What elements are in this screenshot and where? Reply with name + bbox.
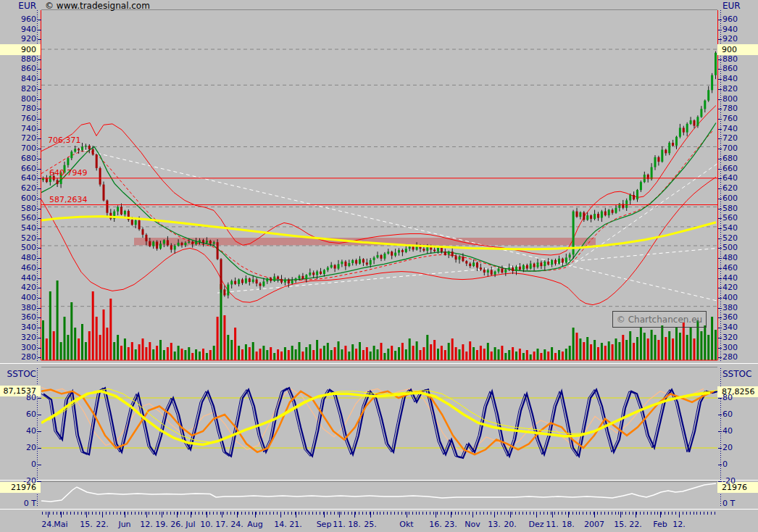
sstoc-label-right: SSTOC	[722, 369, 751, 379]
price-tick-label: 460	[0, 263, 36, 273]
time-minor-tick	[227, 512, 228, 515]
price-tick-label: 380	[0, 303, 36, 312]
time-minor-tick	[441, 512, 441, 515]
time-tick-label: 12.	[140, 520, 153, 529]
time-tick-label: Mai	[54, 520, 67, 529]
time-minor-tick	[416, 512, 417, 515]
time-major-tick	[125, 512, 125, 518]
price-tick-mark	[38, 59, 41, 60]
time-minor-tick	[412, 512, 413, 515]
price-tick-mark	[718, 338, 722, 338]
time-minor-tick	[234, 512, 235, 515]
time-minor-tick	[223, 512, 224, 515]
time-minor-tick	[195, 512, 196, 515]
time-tick-label: 21.	[289, 520, 302, 529]
time-minor-tick	[284, 512, 285, 515]
sstoc-tick-label: 80	[0, 393, 36, 402]
time-minor-tick	[604, 512, 605, 515]
time-tick-label: 11.	[333, 520, 346, 529]
time-minor-tick	[120, 512, 121, 515]
price-tick-mark	[38, 69, 41, 70]
time-minor-tick	[359, 512, 359, 515]
price-tick-mark	[38, 99, 41, 100]
price-tick-label: 760	[0, 114, 36, 123]
price-tick-mark	[38, 79, 41, 80]
time-minor-tick	[409, 512, 409, 515]
price-tick-mark	[718, 119, 722, 120]
price-tick-mark	[718, 308, 722, 309]
lower-zero-left: 0 T	[0, 499, 36, 508]
time-minor-tick	[711, 512, 712, 515]
price-tick-mark	[718, 348, 722, 349]
time-minor-tick	[67, 512, 67, 515]
time-minor-tick	[99, 512, 100, 515]
price-tick-mark	[718, 99, 722, 100]
time-minor-tick	[487, 512, 488, 515]
price-tick-mark	[38, 258, 41, 259]
time-minor-tick	[320, 512, 320, 515]
time-minor-tick	[483, 512, 484, 515]
price-tick-mark	[38, 138, 41, 139]
time-tick-label: 25.	[364, 520, 377, 529]
time-minor-tick	[249, 512, 249, 515]
sstoc-tick-mark	[38, 465, 41, 465]
time-minor-tick	[661, 512, 662, 515]
sstoc-label-left: SSTOC	[0, 369, 36, 379]
time-minor-tick	[618, 512, 619, 515]
price-tick-mark	[718, 109, 722, 109]
time-major-tick	[86, 512, 87, 518]
time-major-tick	[324, 512, 325, 518]
time-minor-tick	[401, 512, 402, 515]
time-minor-tick	[547, 512, 548, 515]
price-tick-label: 280	[722, 352, 738, 362]
price-tick-mark	[718, 79, 722, 80]
price-tick-mark	[718, 228, 722, 229]
time-tick-label: 14.	[274, 520, 287, 529]
price-tick-mark	[718, 59, 722, 60]
price-tick-mark	[718, 69, 722, 70]
main-panel-bottom-edge	[0, 363, 758, 364]
time-minor-tick	[92, 512, 93, 515]
time-major-tick	[660, 512, 661, 518]
time-major-tick	[61, 512, 62, 518]
price-tick-label: 400	[722, 293, 738, 302]
time-tick-label: 17.	[215, 520, 228, 529]
time-major-tick	[177, 512, 178, 518]
time-minor-tick	[301, 512, 302, 515]
time-minor-tick	[554, 512, 555, 515]
time-major-tick	[636, 512, 636, 518]
price-tick-label: 740	[0, 124, 36, 133]
time-minor-tick	[540, 512, 541, 515]
price-tick-label: 820	[0, 84, 36, 93]
time-minor-tick	[625, 512, 626, 515]
time-minor-tick	[433, 512, 434, 515]
time-minor-tick	[78, 512, 78, 515]
price-tick-mark	[38, 228, 41, 229]
sstoc-tick-label: 60	[0, 410, 36, 419]
time-minor-tick	[465, 512, 466, 515]
time-minor-tick	[394, 512, 395, 515]
chart-canvas[interactable]	[0, 0, 758, 532]
time-minor-tick	[85, 512, 86, 515]
time-minor-tick	[686, 512, 687, 515]
price-tick-label: 440	[722, 273, 738, 283]
price-tick-mark	[718, 89, 722, 90]
price-tick-mark	[718, 199, 722, 199]
price-tick-label: 940	[722, 25, 738, 34]
time-minor-tick	[715, 512, 715, 515]
price-tick-mark	[38, 109, 41, 109]
price-tick-label: 940	[0, 25, 36, 34]
time-minor-tick	[683, 512, 683, 515]
time-major-tick	[102, 512, 103, 518]
price-tick-label: 860	[722, 64, 738, 73]
price-tick-mark	[718, 169, 722, 170]
sstoc-panel-bottom-edge	[0, 480, 758, 481]
time-major-tick	[354, 512, 355, 518]
price-level-label: 640,7949	[49, 168, 88, 178]
time-minor-tick	[651, 512, 651, 515]
price-tick-mark	[38, 348, 41, 349]
price-tick-mark	[718, 218, 722, 219]
price-tick-mark	[718, 238, 722, 239]
price-tick-label: 320	[0, 333, 36, 342]
time-minor-tick	[141, 512, 142, 515]
